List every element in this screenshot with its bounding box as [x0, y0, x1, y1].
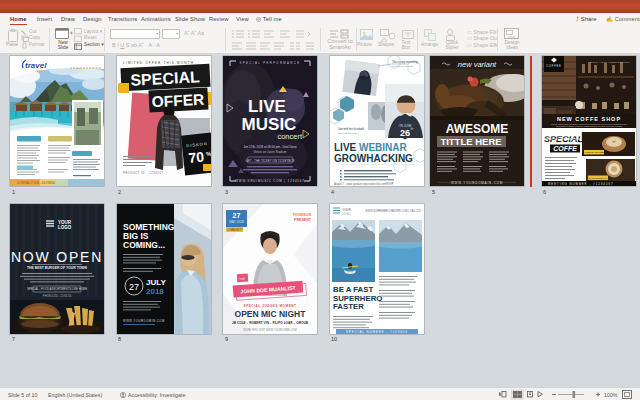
svg-text:WWW.YOURDOMAIN.COM: WWW.YOURDOMAIN.COM: [451, 181, 503, 185]
svg-text:COMMUNITY: COMMUNITY: [227, 228, 243, 232]
svg-text:FASTER: FASTER: [333, 302, 364, 311]
svg-text:WWW.YOURDOMIN.COM: WWW.YOURDOMIN.COM: [123, 319, 165, 323]
svg-text:COFFE: COFFE: [553, 145, 577, 152]
svg-text:70: 70: [187, 148, 204, 166]
svg-text:concert: concert: [277, 132, 303, 141]
svg-text:WWW.SUPERHERO-FASTER.COM | C: WWW.SUPERHERO-FASTER.COM | CALL 123: [365, 209, 421, 213]
svg-text:NOW OPEN: NOW OPEN: [11, 249, 103, 265]
svg-text:MAY 2018: MAY 2018: [229, 220, 244, 224]
svg-text:NEW COFFE SHOP: NEW COFFE SHOP: [556, 116, 620, 122]
svg-text:SPECIAL: SPECIAL: [129, 68, 199, 89]
svg-text:AWESOME: AWESOME: [446, 122, 509, 136]
svg-text:27: 27: [128, 282, 138, 292]
svg-text:COMING...: COMING...: [123, 240, 165, 250]
svg-text:SPECIAL NUMBER - #123456: SPECIAL NUMBER - #123456: [346, 330, 408, 334]
svg-text:PRODUCT ID - 1234567: PRODUCT ID - 1234567: [123, 171, 164, 175]
svg-text:th: th: [410, 127, 413, 131]
svg-text:2018: 2018: [146, 287, 164, 296]
svg-text:LIMITED OFFER THIS MONTH: LIMITED OFFER THIS MONTH: [123, 61, 194, 65]
svg-text:CONTACT US - 0123456: CONTACT US - 0123456: [17, 181, 55, 185]
svg-text:SPECIAL JUDGES MOMENT: SPECIAL JUDGES MOMENT: [244, 304, 297, 308]
svg-text:COFFEE: COFFEE: [546, 64, 561, 68]
svg-text:WWW.YOUR-WEBSITE.COM: WWW.YOUR-WEBSITE.COM: [590, 61, 629, 63]
svg-text:26: 26: [399, 128, 409, 138]
svg-text:incididunt ut labore et dolore: incididunt ut labore et dolore magna ali…: [555, 125, 621, 127]
svg-text:SPECIAL - FOOD ASSORTMENTS LIK: SPECIAL - FOOD ASSORTMENTS LIKE HOME: [27, 287, 87, 291]
svg-text:join this live webinar: join this live webinar: [391, 65, 414, 68]
svg-text:Jun 17th, 2018 at 09.00 pm - U: Jun 17th, 2018 at 09.00 pm - Until Done: [243, 145, 297, 149]
svg-text:AMERICANO RED: AMERICANO RED: [583, 151, 603, 154]
svg-text:OPEN MIC NIGHT: OPEN MIC NIGHT: [235, 309, 307, 319]
svg-text:CAPPUCINO MIX: CAPPUCINO MIX: [588, 177, 608, 180]
svg-text:OFFER: OFFER: [151, 91, 204, 111]
svg-text:logo: logo: [36, 68, 44, 73]
svg-text:TITTLE HERE: TITTLE HERE: [440, 136, 501, 147]
svg-text:%: %: [205, 151, 210, 158]
svg-text:PRESENT: PRESENT: [294, 218, 312, 222]
svg-text:LIVE WEBINAR: LIVE WEBINAR: [334, 142, 408, 153]
svg-text:MEETING NUMBER - #1234567: MEETING NUMBER - #1234567: [548, 182, 614, 186]
svg-text:SPECIAL PERFORMANCE: SPECIAL PERFORMANCE: [240, 61, 301, 65]
svg-text:LIVE: LIVE: [248, 97, 286, 116]
svg-text:THE: THE: [239, 277, 245, 281]
svg-text:27: 27: [233, 212, 241, 219]
svg-text:www.link.biz.webnr: www.link.biz.webnr: [338, 132, 358, 135]
svg-text:THE BEST BURGER OF YOUR TOWN: THE BEST BURGER OF YOUR TOWN: [27, 266, 88, 270]
svg-text:PHON 0235 - 15 85 56: PHON 0235 - 15 85 56: [43, 294, 72, 298]
svg-text:August 7 - www.speaker.regis: August 7 - www.speaker.registration.link…: [334, 182, 394, 186]
svg-text:WWW.KRUIMUSIC.COM | 1234567: WWW.KRUIMUSIC.COM | 1234567: [235, 179, 305, 183]
svg-text:Join with this facebook: Join with this facebook: [338, 127, 365, 131]
svg-text:JB COLE – ROBERT VIN – FILIPO: JB COLE – ROBERT VIN – FILIPO LOAR – GRO…: [232, 321, 309, 325]
svg-text:Venue on Justin Stadium: Venue on Justin Stadium: [253, 150, 287, 154]
svg-text:LOGO: LOGO: [342, 212, 351, 216]
svg-text:MORE INFO VISIT WWW.YOURDOMIN.: MORE INFO VISIT WWW.YOURDOMIN.COM: [243, 328, 296, 332]
svg-text:THOMSON: THOMSON: [293, 213, 312, 217]
svg-text:This is very interesting: This is very interesting: [392, 60, 418, 64]
svg-text:GROWHACKING: GROWHACKING: [334, 153, 413, 164]
svg-text:LOGO: LOGO: [58, 225, 72, 230]
svg-text:JULY: JULY: [146, 278, 166, 287]
svg-text:GET - THE TICKET ON TICKETBOX: GET - THE TICKET ON TICKETBOX: [245, 159, 294, 163]
svg-text:new variant: new variant: [458, 60, 497, 69]
